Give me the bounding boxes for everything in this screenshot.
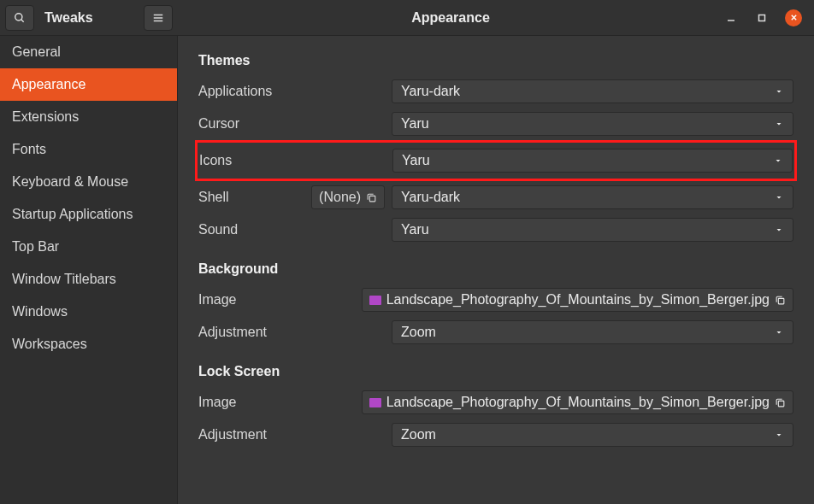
section-title-themes: Themes xyxy=(198,53,793,68)
titlebar-left: Tweaks xyxy=(0,5,178,31)
svg-rect-10 xyxy=(778,298,784,304)
hamburger-icon xyxy=(152,12,164,24)
label-icons: Icons xyxy=(199,153,307,168)
copy-icon xyxy=(775,295,786,306)
label-shell: Shell xyxy=(198,190,306,205)
sidebar-item-workspaces[interactable]: Workspaces xyxy=(0,328,177,360)
dropdown-lockscreen-adjustment-value: Zoom xyxy=(401,427,436,442)
label-background-adjustment: Adjustment xyxy=(198,325,306,340)
chevron-down-icon xyxy=(773,155,783,166)
svg-point-0 xyxy=(15,13,22,20)
chevron-down-icon xyxy=(774,86,784,97)
section-title-lockscreen: Lock Screen xyxy=(198,364,793,379)
chevron-down-icon xyxy=(774,327,784,337)
sidebar-item-windows[interactable]: Windows xyxy=(0,296,177,328)
file-select-background-image[interactable]: Landscape_Photography_Of_Mountains_by_Si… xyxy=(362,288,793,312)
maximize-button[interactable] xyxy=(754,10,770,26)
svg-line-1 xyxy=(21,19,24,21)
chevron-down-icon xyxy=(774,430,784,440)
label-cursor: Cursor xyxy=(198,116,306,132)
label-background-image: Image xyxy=(198,292,289,308)
body-area: General Appearance Extensions Fonts Keyb… xyxy=(0,36,814,504)
hamburger-button[interactable] xyxy=(144,5,173,31)
sidebar-item-window-titlebars[interactable]: Window Titlebars xyxy=(0,263,177,296)
image-thumb-icon xyxy=(369,398,381,407)
row-lockscreen-adjustment: Adjustment Zoom xyxy=(198,419,793,451)
page-title: Appearance xyxy=(178,10,723,26)
chevron-down-icon xyxy=(774,119,784,129)
image-thumb-icon xyxy=(369,296,381,305)
file-select-lockscreen-image[interactable]: Landscape_Photography_Of_Mountains_by_Si… xyxy=(362,390,793,414)
app-title: Tweaks xyxy=(39,10,139,26)
sidebar-item-keyboard-mouse[interactable]: Keyboard & Mouse xyxy=(0,166,177,198)
dropdown-background-adjustment[interactable]: Zoom xyxy=(392,320,793,344)
lockscreen-image-value: Landscape_Photography_Of_Mountains_by_Si… xyxy=(386,395,770,410)
row-shell: Shell (None) Yaru-dark xyxy=(198,181,793,214)
sidebar-item-extensions[interactable]: Extensions xyxy=(0,101,177,133)
row-cursor: Cursor Yaru xyxy=(198,108,793,140)
label-sound: Sound xyxy=(198,222,306,237)
background-image-value: Landscape_Photography_Of_Mountains_by_Si… xyxy=(386,292,770,308)
close-icon xyxy=(790,14,798,21)
dropdown-cursor-value: Yaru xyxy=(401,116,429,132)
search-button[interactable] xyxy=(5,5,34,31)
shell-none-button[interactable]: (None) xyxy=(311,185,385,209)
section-title-background: Background xyxy=(198,261,793,277)
highlight-icons: Icons Yaru xyxy=(195,140,797,181)
sidebar-item-startup-applications[interactable]: Startup Applications xyxy=(0,198,177,231)
close-button[interactable] xyxy=(785,9,802,26)
copy-icon xyxy=(775,397,786,408)
sidebar-item-top-bar[interactable]: Top Bar xyxy=(0,231,177,263)
maximize-icon xyxy=(758,14,766,22)
chevron-down-icon xyxy=(774,225,784,235)
dropdown-sound-value: Yaru xyxy=(401,222,429,237)
shell-none-label: (None) xyxy=(319,190,361,205)
copy-icon xyxy=(366,192,377,203)
sidebar-item-general[interactable]: General xyxy=(0,36,177,68)
sidebar: General Appearance Extensions Fonts Keyb… xyxy=(0,36,178,504)
svg-rect-6 xyxy=(759,15,765,21)
dropdown-applications[interactable]: Yaru-dark xyxy=(392,79,793,103)
dropdown-applications-value: Yaru-dark xyxy=(401,84,460,99)
row-background-adjustment: Adjustment Zoom xyxy=(198,316,793,349)
dropdown-cursor[interactable]: Yaru xyxy=(392,112,793,136)
dropdown-icons[interactable]: Yaru xyxy=(392,149,793,173)
dropdown-shell[interactable]: Yaru-dark xyxy=(392,185,793,209)
label-lockscreen-adjustment: Adjustment xyxy=(198,427,306,442)
label-applications: Applications xyxy=(198,84,306,99)
sidebar-item-appearance[interactable]: Appearance xyxy=(0,68,177,101)
titlebar: Tweaks Appearance xyxy=(0,0,814,36)
row-applications: Applications Yaru-dark xyxy=(198,75,793,108)
window-controls xyxy=(723,9,814,26)
search-icon xyxy=(14,12,26,24)
chevron-down-icon xyxy=(774,192,784,202)
dropdown-icons-value: Yaru xyxy=(402,153,430,168)
minimize-button[interactable] xyxy=(723,10,739,26)
dropdown-background-adjustment-value: Zoom xyxy=(401,325,436,340)
label-lockscreen-image: Image xyxy=(198,395,289,410)
sidebar-item-fonts[interactable]: Fonts xyxy=(0,133,177,166)
dropdown-shell-value: Yaru-dark xyxy=(401,190,460,205)
dropdown-sound[interactable]: Yaru xyxy=(392,218,793,242)
svg-rect-9 xyxy=(369,196,375,202)
svg-rect-11 xyxy=(778,401,784,407)
row-sound: Sound Yaru xyxy=(198,214,793,246)
main-panel: Themes Applications Yaru-dark Cursor Yar… xyxy=(178,36,814,504)
dropdown-lockscreen-adjustment[interactable]: Zoom xyxy=(392,423,793,447)
minimize-icon xyxy=(727,14,735,22)
row-lockscreen-image: Image Landscape_Photography_Of_Mountains… xyxy=(198,386,793,419)
row-icons: Icons Yaru xyxy=(199,144,793,177)
row-background-image: Image Landscape_Photography_Of_Mountains… xyxy=(198,284,793,316)
